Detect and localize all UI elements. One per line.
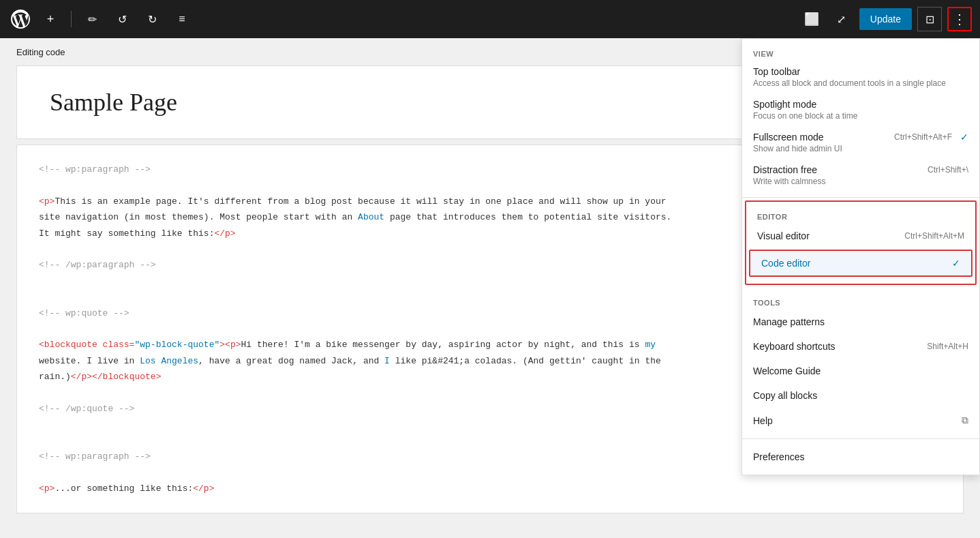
fullscreen-mode-desc: Show and hide admin UI: [753, 144, 968, 153]
top-toolbar-title: Top toolbar: [753, 66, 800, 77]
keyboard-shortcuts-item[interactable]: Keyboard shortcuts Shift+Alt+H: [742, 334, 979, 359]
redo-button[interactable]: ↻: [140, 7, 164, 31]
distraction-free-desc: Write with calmness: [753, 177, 968, 186]
tools-section-label: TOOLS: [742, 293, 979, 310]
visual-editor-shortcut: Ctrl+Shift+Alt+M: [904, 231, 964, 241]
preferences-title: Preferences: [753, 451, 804, 462]
code-line: <p>...or something like this:</p>: [39, 481, 941, 496]
view-section: VIEW Top toolbar Access all block and do…: [742, 39, 979, 198]
help-title: Help: [753, 415, 773, 426]
spotlight-mode-item[interactable]: Spotlight mode Focus on one block at a t…: [742, 93, 979, 126]
manage-patterns-title: Manage patterns: [753, 316, 825, 327]
distraction-free-shortcut: Ctrl+Shift+\: [928, 165, 968, 175]
keyboard-shortcuts-shortcut: Shift+Alt+H: [927, 342, 968, 351]
preferences-item[interactable]: Preferences: [742, 445, 979, 469]
settings-panel-button[interactable]: ⊡: [917, 7, 942, 31]
update-button[interactable]: Update: [859, 8, 912, 30]
options-dots-icon: ⋮: [953, 11, 966, 27]
editing-code-label: Editing code: [16, 47, 65, 57]
fullscreen-mode-title: Fullscreen mode: [753, 132, 824, 143]
wp-logo: [8, 7, 33, 31]
spotlight-mode-title: Spotlight mode: [753, 99, 816, 110]
welcome-guide-title: Welcome Guide: [753, 365, 821, 376]
add-block-button[interactable]: +: [38, 7, 63, 31]
copy-all-blocks-title: Copy all blocks: [753, 390, 817, 401]
toolbar-right: ⬜ ⤢ Update ⊡ ⋮: [799, 7, 972, 31]
welcome-guide-item[interactable]: Welcome Guide: [742, 359, 979, 383]
edit-button[interactable]: ✏: [80, 7, 104, 31]
help-item[interactable]: Help ⧉: [742, 408, 979, 433]
top-toolbar-desc: Access all block and document tools in a…: [753, 78, 968, 88]
list-view-button[interactable]: ≡: [170, 7, 194, 31]
wordpress-icon: [11, 10, 30, 29]
fullscreen-mode-item[interactable]: Fullscreen mode Ctrl+Shift+Alt+F ✓ Show …: [742, 126, 979, 159]
copy-all-blocks-item[interactable]: Copy all blocks: [742, 383, 979, 408]
tools-section: TOOLS Manage patterns Keyboard shortcuts…: [742, 288, 979, 439]
view-section-label: VIEW: [742, 44, 979, 61]
distraction-free-title: Distraction free: [753, 164, 817, 175]
code-editor-check-icon: ✓: [952, 258, 960, 269]
code-editor-title: Code editor: [761, 258, 810, 269]
undo-button[interactable]: ↺: [110, 7, 134, 31]
spotlight-mode-desc: Focus on one block at a time: [753, 111, 968, 121]
code-editor-item[interactable]: Code editor ✓: [749, 250, 973, 277]
distraction-free-item[interactable]: Distraction free Ctrl+Shift+\ Write with…: [742, 159, 979, 192]
editor-section: EDITOR Visual editor Ctrl+Shift+Alt+M Co…: [745, 200, 977, 285]
manage-patterns-item[interactable]: Manage patterns: [742, 310, 979, 334]
toolbar-separator-1: [71, 11, 72, 27]
keyboard-shortcuts-title: Keyboard shortcuts: [753, 341, 836, 352]
editor-section-label: EDITOR: [746, 207, 975, 224]
visual-editor-item[interactable]: Visual editor Ctrl+Shift+Alt+M: [746, 224, 975, 248]
visual-editor-title: Visual editor: [757, 230, 810, 241]
options-button[interactable]: ⋮: [947, 7, 972, 31]
tablet-preview-button[interactable]: ⬜: [799, 7, 824, 31]
external-link-button[interactable]: ⤢: [829, 7, 854, 31]
options-dropdown-menu: VIEW Top toolbar Access all block and do…: [741, 38, 980, 475]
top-toolbar-item[interactable]: Top toolbar Access all block and documen…: [742, 61, 979, 93]
preferences-section: Preferences: [742, 439, 979, 475]
external-link-icon: ⧉: [962, 415, 968, 426]
fullscreen-shortcut: Ctrl+Shift+Alt+F: [894, 132, 952, 142]
fullscreen-check-icon: ✓: [960, 132, 968, 143]
top-toolbar: + ✏ ↺ ↻ ≡ ⬜ ⤢ Update ⊡ ⋮: [0, 0, 980, 38]
